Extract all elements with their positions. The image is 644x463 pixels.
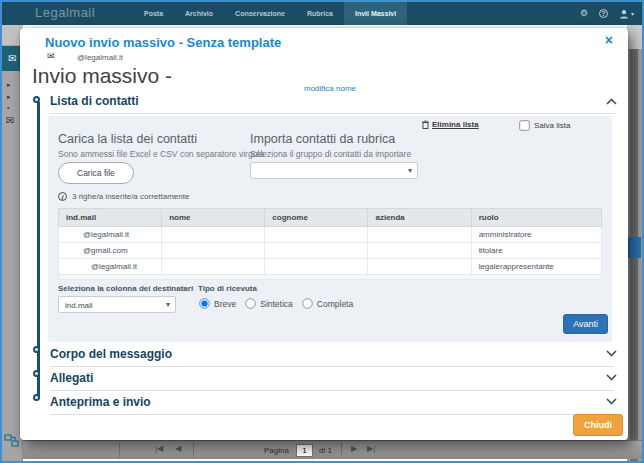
radio-sintetica[interactable] [246, 298, 256, 308]
section-label: Corpo del messaggio [50, 347, 172, 361]
radio-breve[interactable] [199, 298, 209, 308]
section-label: Allegati [50, 371, 93, 385]
delete-list-label: Elimina lista [432, 120, 479, 129]
chevron-down-icon [606, 350, 617, 357]
next-page-button[interactable]: ▶ [351, 444, 357, 453]
nav-item-invii-massivi[interactable]: Invii Massivi [344, 2, 407, 25]
info-text: 3 righe/a inserite/a correttamente [72, 192, 189, 201]
cell-cognome [265, 243, 368, 259]
radio-breve-label: Breve [214, 299, 236, 309]
nav-item-archivio[interactable]: Archivio [174, 2, 224, 25]
right-strip-top [627, 25, 642, 49]
nav-item-posta[interactable]: Posta [133, 2, 174, 25]
close-modal-button[interactable]: Chiudi [573, 414, 623, 436]
receipt-type-label: Tipo di ricevuta [198, 284, 257, 293]
first-page-button[interactable]: |◀ [155, 444, 163, 453]
import-title: Importa contatti da rubrica [250, 132, 395, 146]
cell-azienda [368, 259, 471, 275]
cell-ruolo: amministratore [471, 227, 601, 243]
col-header-nome: nome [162, 209, 265, 227]
prev-page-button[interactable]: ◀ [175, 444, 181, 453]
chevron-down-icon [606, 398, 617, 405]
pagination-toolbar: |◀ ◀ Pagina di 1 ▶ ▶| [23, 440, 642, 459]
stepper-line [37, 102, 40, 399]
divider [50, 113, 614, 114]
page-of-label: di 1 [319, 446, 332, 455]
contacts-table: ind.mail nome cognome azienda ruolo @leg… [58, 208, 602, 280]
background-right-strip [627, 25, 642, 461]
toolbar-separator [341, 443, 342, 458]
step-bullet-2 [33, 346, 40, 353]
upload-file-button[interactable]: Carica file [58, 162, 134, 184]
legalmail-logo[interactable]: Legalmail [35, 5, 125, 25]
section-label: Anteprima e invio [50, 395, 151, 409]
settings-gear-icon[interactable]: ⚙ [580, 9, 588, 18]
help-icon[interactable]: ? [599, 9, 608, 18]
step-bullet-4 [33, 394, 40, 401]
page-label: Pagina [264, 446, 289, 455]
navbar-right-icons: ⚙ ? ▾ [580, 2, 634, 25]
background-blue-button [628, 237, 641, 258]
step-bullet-1 [33, 96, 40, 103]
page-number-input[interactable] [296, 444, 313, 457]
cell-azienda [368, 243, 471, 259]
close-icon[interactable]: × [605, 33, 613, 47]
share-network-icon[interactable] [4, 433, 20, 453]
modal-title: Nuovo invio massivo - Senza template [45, 35, 281, 50]
app-window: Legalmail Posta Archivio Conservazione R… [0, 0, 644, 463]
chevron-up-icon [606, 98, 617, 105]
section-allegati[interactable]: Allegati [48, 366, 614, 390]
save-list-checkbox[interactable] [519, 120, 529, 130]
upload-title: Carica la lista dei contatti [58, 132, 197, 146]
table-footer-strip [59, 275, 602, 280]
table-row: @legalmail.it legalerappresentante [59, 259, 602, 275]
nav-item-conservazione[interactable]: Conservazione [224, 2, 296, 25]
radio-completa[interactable] [302, 298, 312, 308]
caret-down-icon: ▾ [166, 300, 170, 309]
recipient-column-dropdown[interactable]: ind.mail ▾ [58, 296, 176, 313]
import-result-message: i 3 righe/a inserite/a correttamente [58, 192, 189, 201]
cell-cognome [265, 227, 368, 243]
nav-item-rubrica[interactable]: Rubrica [296, 2, 344, 25]
save-list-label: Salva lista [534, 121, 570, 130]
user-menu[interactable]: ▾ [619, 9, 634, 19]
user-icon [619, 9, 629, 19]
divider [50, 414, 614, 415]
col-header-indmail: ind.mail [59, 209, 162, 227]
chevron-down-icon: ▾ [631, 10, 634, 17]
import-subtitle: Seleziona il gruppo di contatti da impor… [250, 149, 411, 159]
info-icon: i [58, 192, 67, 201]
col-header-azienda: azienda [368, 209, 471, 227]
cell-indmail: @gmail.com [59, 243, 162, 259]
cell-azienda [368, 227, 471, 243]
section-anteprima-e-invio[interactable]: Anteprima e invio [48, 390, 614, 414]
cell-cognome [265, 259, 368, 275]
sender-email: @legalmail.it [77, 53, 123, 62]
section-corpo-del-messaggio[interactable]: Corpo del messaggio [48, 342, 614, 366]
next-button[interactable]: Avanti [563, 314, 608, 334]
table-row: @legalmail.it amministratore [59, 227, 602, 243]
dropdown-value: ind.mail [65, 301, 93, 310]
bulk-send-modal: Nuovo invio massivo - Senza template × ✉… [20, 28, 628, 440]
sidebar-folder-icon: ▪ [7, 104, 9, 111]
col-header-cognome: cognome [265, 209, 368, 227]
save-list-option: Salva lista [518, 119, 570, 132]
last-page-button[interactable]: ▶| [367, 444, 375, 453]
main-nav: Posta Archivio Conservazione Rubrica Inv… [133, 2, 407, 25]
toolbar-separator [119, 443, 120, 458]
envelope-icon: ✉ [47, 51, 55, 61]
section-lista-di-contatti[interactable]: Lista di contatti [48, 90, 614, 112]
col-header-ruolo: ruolo [471, 209, 601, 227]
delete-list-link[interactable]: Elimina lista [422, 120, 479, 129]
toolbar-separator [193, 443, 194, 458]
radio-sintetica-label: Sintetica [260, 299, 293, 309]
cell-ruolo: legalerappresentante [471, 259, 601, 275]
trash-icon [422, 120, 429, 129]
recipient-column-label: Seleziona la colonna dei destinatari [58, 284, 193, 293]
contact-group-dropdown[interactable]: ▾ [250, 162, 418, 179]
cell-indmail: @legalmail.it [59, 227, 162, 243]
sidebar-envelope-icon[interactable]: ✉ [6, 115, 14, 126]
page-title: Invio massivo - [32, 64, 172, 88]
receipt-type-options: Breve Sintetica Completa [198, 297, 353, 310]
chevron-down-icon [606, 374, 617, 381]
